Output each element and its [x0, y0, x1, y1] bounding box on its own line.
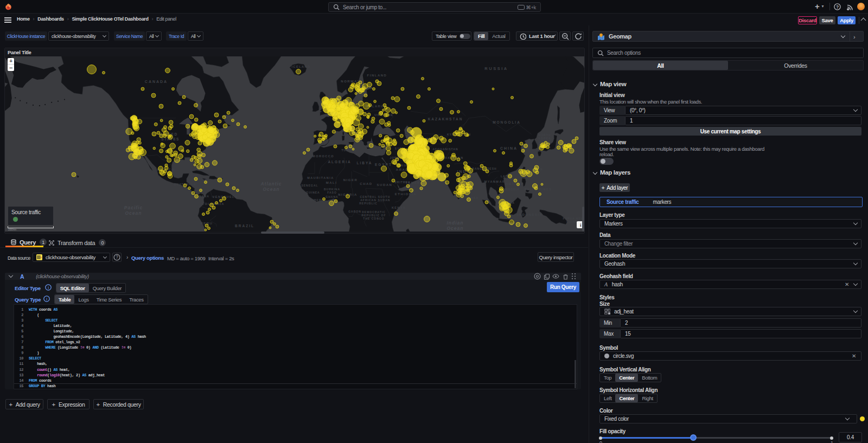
svg-text:CHAD: CHAD [360, 182, 372, 185]
svg-text:GABON: GABON [348, 210, 361, 213]
svg-text:THE CONGO: THE CONGO [363, 217, 384, 220]
svg-text:MONGOLIA: MONGOLIA [493, 120, 521, 124]
svg-text:BRAZIL: BRAZIL [235, 224, 254, 228]
svg-text:?: ? [116, 254, 118, 260]
svg-text:KAZAKHSTAN: KAZAKHSTAN [428, 117, 463, 121]
svg-text:?: ? [836, 4, 839, 10]
svg-text:SUDAN: SUDAN [377, 183, 393, 187]
svg-text:KENYA: KENYA [392, 206, 406, 209]
svg-text:SENEGAL: SENEGAL [301, 184, 318, 187]
svg-text:LIBYA: LIBYA [357, 161, 373, 165]
svg-text:MOROCCO: MOROCCO [312, 155, 334, 158]
svg-text:Ocean: Ocean [447, 226, 464, 231]
svg-text:i: i [48, 285, 49, 290]
svg-text:REPUBLIC: REPUBLIC [359, 202, 378, 205]
svg-text:ETHIOPIA: ETHIOPIA [395, 192, 417, 196]
svg-text:Indian: Indian [446, 220, 463, 226]
svg-text:CHINA: CHINA [500, 146, 518, 150]
svg-text:RUSSIA: RUSSIA [484, 66, 508, 71]
svg-text:NIGER: NIGER [343, 178, 358, 182]
svg-text:i: i [46, 297, 47, 301]
svg-text:MAURITANIA: MAURITANIA [307, 176, 334, 179]
svg-text:Atlantic: Atlantic [260, 181, 282, 187]
svg-text:Ocean: Ocean [263, 187, 280, 192]
svg-text:MYANMAR: MYANMAR [484, 180, 506, 183]
svg-text:ERITREA: ERITREA [395, 181, 411, 184]
svg-text:VIETNAM: VIETNAM [505, 182, 524, 185]
svg-text:KOREA: KOREA [538, 137, 551, 140]
svg-text:INDONESIA: INDONESIA [518, 213, 543, 216]
svg-text:ICELAND: ICELAND [292, 65, 311, 68]
svg-text:Ocean: Ocean [125, 210, 142, 216]
svg-text:SUDAN: SUDAN [378, 198, 391, 202]
svg-text:Pacific: Pacific [124, 205, 143, 210]
svg-text:ALGERIA: ALGERIA [328, 160, 351, 164]
svg-text:GHANA: GHANA [326, 195, 338, 198]
svg-text:GUINEA: GUINEA [306, 191, 320, 194]
svg-text:FINLAND: FINLAND [367, 74, 387, 77]
svg-text:PHILIPPINES: PHILIPPINES [525, 188, 552, 191]
svg-text:FASO: FASO [327, 191, 337, 194]
svg-text:CANADA: CANADA [145, 80, 168, 84]
svg-text:MALI: MALI [326, 181, 337, 184]
